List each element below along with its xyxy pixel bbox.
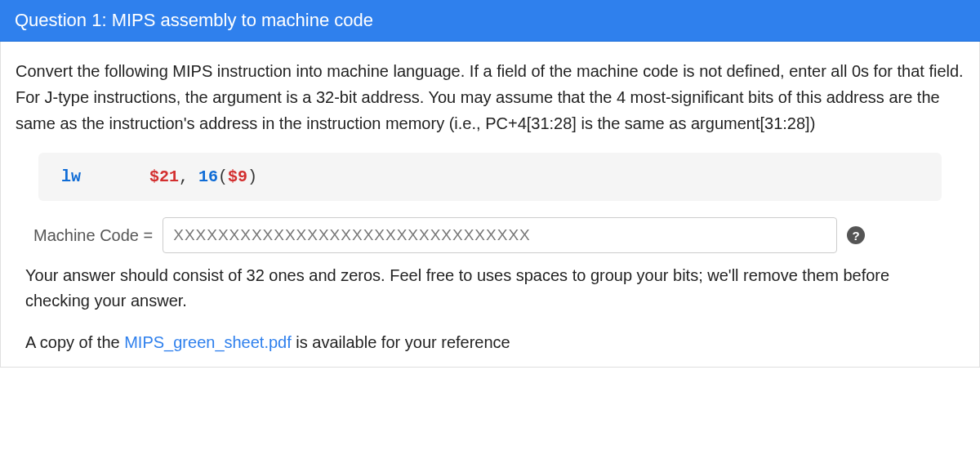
code-lparen: ( [218, 167, 228, 186]
code-rt: $21 [149, 167, 179, 186]
answer-label: Machine Code = [25, 226, 153, 245]
reference-text: A copy of the MIPS_green_sheet.pdf is av… [25, 333, 955, 352]
code-spacing [81, 167, 149, 186]
machine-code-input[interactable] [163, 217, 837, 253]
reference-link[interactable]: MIPS_green_sheet.pdf [124, 333, 292, 351]
help-icon[interactable]: ? [847, 226, 865, 244]
question-title: Question 1: MIPS assembly to machine cod… [15, 10, 373, 30]
answer-hint: Your answer should consist of 32 ones an… [25, 263, 955, 314]
code-opcode: lw [61, 167, 81, 186]
question-body: Convert the following MIPS instruction i… [0, 42, 980, 368]
answer-row: Machine Code = ? [25, 217, 955, 253]
code-offset: 16 [198, 167, 218, 186]
code-rs: $9 [228, 167, 247, 186]
instruction-text: Convert the following MIPS instruction i… [16, 58, 964, 136]
reference-prefix: A copy of the [25, 333, 124, 351]
code-comma: , [179, 167, 198, 186]
question-header: Question 1: MIPS assembly to machine cod… [0, 0, 980, 42]
mips-code-block: lw $21, 16($9) [38, 153, 942, 201]
reference-suffix: is available for your reference [292, 333, 510, 351]
code-rparen: ) [247, 167, 257, 186]
